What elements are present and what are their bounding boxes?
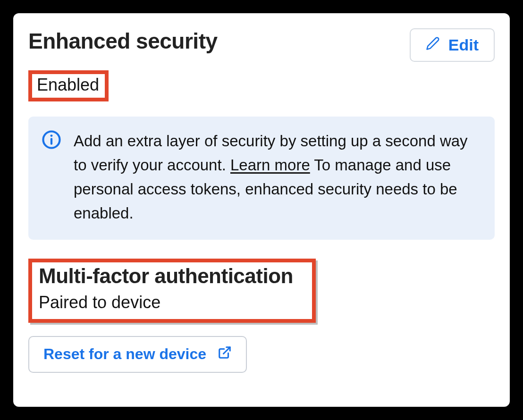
learn-more-link[interactable]: Learn more <box>230 156 310 174</box>
page-title: Enhanced security <box>28 28 218 54</box>
status-highlight: Enabled <box>28 70 109 101</box>
edit-button-label: Edit <box>448 36 479 54</box>
enhanced-security-status: Enabled <box>37 75 99 94</box>
info-icon <box>42 130 61 151</box>
pencil-icon <box>426 36 440 54</box>
svg-line-3 <box>224 347 230 353</box>
svg-point-2 <box>51 134 53 137</box>
mfa-title: Multi-factor authentication <box>39 264 293 288</box>
mfa-status: Paired to device <box>39 293 293 312</box>
security-panel: Enhanced security Edit Enabled Add an ex… <box>13 13 510 407</box>
external-link-icon <box>218 345 232 363</box>
info-text: Add an extra layer of security by settin… <box>74 129 481 226</box>
reset-button-label: Reset for a new device <box>43 345 206 363</box>
info-callout: Add an extra layer of security by settin… <box>28 117 495 240</box>
header-row: Enhanced security Edit <box>28 28 495 62</box>
edit-button[interactable]: Edit <box>410 28 495 62</box>
reset-device-button[interactable]: Reset for a new device <box>28 336 247 373</box>
mfa-highlight: Multi-factor authentication Paired to de… <box>28 259 316 323</box>
